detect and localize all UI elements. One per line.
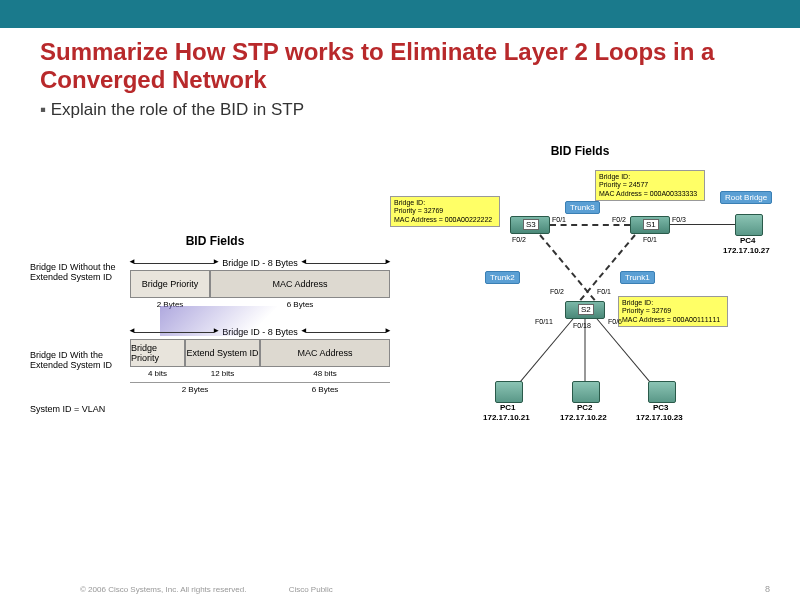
content-area: BID Fields Bridge ID - 8 Bytes Bridge ID… <box>0 124 800 594</box>
page-title: Summarize How STP works to Eliminate Lay… <box>40 38 760 94</box>
size-total-1: Bridge ID - 8 Bytes <box>218 258 302 268</box>
tag-root-bridge: Root Bridge <box>720 191 772 204</box>
port-s2-f06: F0/6 <box>608 318 622 325</box>
bits-2c: 48 bits <box>260 369 390 378</box>
bullet-text: Explain the role of the BID in STP <box>40 100 760 120</box>
pc3-label: PC3 <box>653 403 669 412</box>
pc3-ip: 172.17.10.23 <box>636 413 683 422</box>
seg-mac-1: MAC Address <box>210 270 390 298</box>
bits-2a: 4 bits <box>130 369 185 378</box>
link-s3-s1 <box>550 224 630 226</box>
link-s3-s2 <box>539 234 602 308</box>
left-heading: BID Fields <box>30 234 400 248</box>
switch-s2-label: S2 <box>578 304 594 315</box>
link-s1-pc4 <box>670 224 735 225</box>
tag-trunk3: Trunk3 <box>565 201 600 214</box>
port-s3-f01: F0/1 <box>552 216 566 223</box>
pc2-label: PC2 <box>577 403 593 412</box>
seg-priority-1: Bridge Priority <box>130 270 210 298</box>
switch-s1-label: S1 <box>643 219 659 230</box>
tag-trunk1: Trunk1 <box>620 271 655 284</box>
note-s2: Bridge ID:Priority = 32769MAC Address = … <box>618 296 728 327</box>
label-without-ext: Bridge ID Without the Extended System ID <box>30 262 125 282</box>
page-number: 8 <box>765 584 770 594</box>
port-s2-f018: F0/18 <box>573 322 591 329</box>
port-s2-f01: F0/1 <box>597 288 611 295</box>
pc2-ip: 172.17.10.22 <box>560 413 607 422</box>
port-s3-f02: F0/2 <box>512 236 526 243</box>
size-2b: 6 Bytes <box>260 385 390 394</box>
top-bar <box>0 0 800 28</box>
pc1 <box>495 381 523 403</box>
right-heading: BID Fields <box>380 144 780 158</box>
pc1-ip: 172.17.10.21 <box>483 413 530 422</box>
tag-trunk2: Trunk2 <box>485 271 520 284</box>
note-s1: Bridge ID:Priority = 24577MAC Address = … <box>595 170 705 201</box>
network-topology: Bridge ID:Priority = 32769MAC Address = … <box>380 166 780 446</box>
port-s1-f02: F0/2 <box>612 216 626 223</box>
copyright: © 2006 Cisco Systems, Inc. All rights re… <box>80 585 246 594</box>
seg-mac-2: MAC Address <box>260 339 390 367</box>
label-sysid: System ID = VLAN <box>30 404 125 414</box>
pc4-ip: 172.17.10.27 <box>723 246 770 255</box>
note-s3: Bridge ID:Priority = 32769MAC Address = … <box>390 196 500 227</box>
port-s2-f02: F0/2 <box>550 288 564 295</box>
bits-2b: 12 bits <box>185 369 260 378</box>
seg-priority-2: Bridge Priority <box>130 339 185 367</box>
port-s1-f03: F0/3 <box>672 216 686 223</box>
footer: © 2006 Cisco Systems, Inc. All rights re… <box>80 585 333 594</box>
pc1-label: PC1 <box>500 403 516 412</box>
topology-right: BID Fields Bridge ID:Priority = 32769MAC… <box>380 144 780 446</box>
port-s1-f01: F0/1 <box>643 236 657 243</box>
label-with-ext: Bridge ID With the Extended System ID <box>30 350 125 370</box>
pc3 <box>648 381 676 403</box>
size-2a: 2 Bytes <box>130 385 260 394</box>
port-s2-f011: F0/11 <box>535 318 553 325</box>
bid-fields-left: BID Fields Bridge ID - 8 Bytes Bridge ID… <box>30 234 400 402</box>
pc4 <box>735 214 763 236</box>
seg-extend: Extend System ID <box>185 339 260 367</box>
footer-label: Cisco Public <box>289 585 333 594</box>
pc2 <box>572 381 600 403</box>
pc4-label: PC4 <box>740 236 756 245</box>
switch-s3-label: S3 <box>523 219 539 230</box>
